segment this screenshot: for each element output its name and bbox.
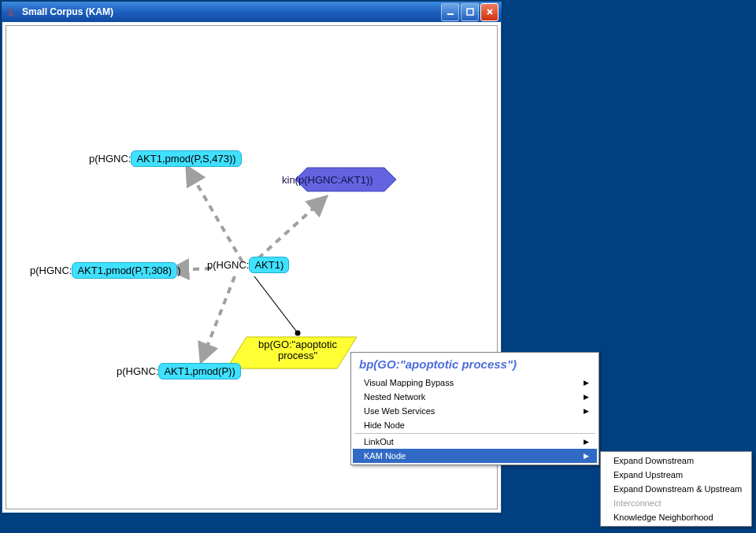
node-label-line1: bp(GO:"apoptotic bbox=[243, 339, 353, 350]
node-label-prefix: p(HGNC: bbox=[207, 259, 249, 271]
node-label-prefix: p(HGNC: bbox=[89, 153, 131, 165]
node-kin-p-akt1[interactable]: kin(p(HGNC:AKT1)) bbox=[282, 174, 373, 186]
node-box: AKT1,pmod(P)) bbox=[158, 363, 240, 379]
submenu-arrow-icon: ▶ bbox=[584, 438, 589, 446]
submenu-expand-both[interactable]: Expand Downstream & Upstream bbox=[602, 482, 750, 496]
menu-nested-network[interactable]: Nested Network▶ bbox=[353, 390, 597, 404]
node-box: AKT1,pmod(P,T,308) bbox=[72, 262, 177, 279]
menu-label: LinkOut bbox=[364, 437, 394, 446]
menu-use-web-services[interactable]: Use Web Services▶ bbox=[353, 404, 597, 418]
submenu-expand-downstream[interactable]: Expand Downstream bbox=[602, 453, 750, 468]
menu-visual-mapping-bypass[interactable]: Visual Mapping Bypass▶ bbox=[353, 376, 597, 390]
maximize-button[interactable] bbox=[461, 3, 479, 21]
submenu-knowledge-neighborhood[interactable]: Knowledge Neighborhood bbox=[602, 510, 750, 524]
node-box: AKT1,pmod(P,S,473)) bbox=[131, 150, 241, 167]
node-p-akt1-pmod-pt308[interactable]: p(HGNC:AKT1,pmod(P,T,308)) bbox=[30, 262, 181, 279]
node-box: AKT1) bbox=[249, 257, 289, 273]
menu-label: Hide Node bbox=[364, 420, 405, 430]
node-p-akt1-pmod-p[interactable]: p(HGNC:AKT1,pmod(P)) bbox=[117, 363, 241, 379]
close-button[interactable] bbox=[480, 3, 498, 21]
submenu-arrow-icon: ▶ bbox=[584, 452, 589, 460]
node-label-prefix: p(HGNC: bbox=[117, 365, 158, 377]
java-icon bbox=[5, 6, 17, 18]
window-controls bbox=[441, 3, 498, 21]
context-menu: bp(GO:"apoptotic process") Visual Mappin… bbox=[350, 352, 599, 465]
kam-node-submenu: Expand Downstream Expand Upstream Expand… bbox=[600, 451, 752, 527]
title-bar[interactable]: Small Corpus (KAM) bbox=[2, 2, 502, 22]
submenu-arrow-icon: ▶ bbox=[584, 407, 589, 415]
menu-label: Use Web Services bbox=[364, 406, 435, 416]
menu-label: KAM Node bbox=[364, 451, 406, 461]
context-menu-title: bp(GO:"apoptotic process") bbox=[353, 354, 597, 376]
minimize-button[interactable] bbox=[441, 3, 459, 21]
menu-separator bbox=[354, 433, 595, 434]
node-label-suffix: ) bbox=[369, 174, 372, 186]
menu-label: Nested Network bbox=[364, 392, 425, 402]
node-label-prefix: p(HGNC: bbox=[30, 265, 72, 276]
node-label-mid: HGNC:AKT1) bbox=[308, 174, 370, 186]
menu-label: Visual Mapping Bypass bbox=[364, 378, 454, 387]
node-label-prefix: kin(p( bbox=[282, 174, 308, 186]
node-p-akt1[interactable]: p(HGNC:AKT1) bbox=[207, 257, 289, 273]
svg-line-2 bbox=[187, 168, 243, 262]
submenu-arrow-icon: ▶ bbox=[584, 379, 589, 387]
svg-point-7 bbox=[295, 331, 301, 336]
svg-rect-0 bbox=[447, 13, 454, 15]
svg-line-3 bbox=[258, 198, 325, 258]
node-p-akt1-pmod-ps473[interactable]: p(HGNC:AKT1,pmod(P,S,473)) bbox=[89, 150, 242, 167]
node-bp-apoptotic-process[interactable]: bp(GO:"apoptotic process" bbox=[243, 339, 353, 361]
menu-kam-node[interactable]: KAM Node▶ bbox=[353, 449, 597, 463]
menu-linkout[interactable]: LinkOut▶ bbox=[353, 435, 597, 449]
node-label-suffix: ) bbox=[177, 265, 180, 276]
menu-hide-node[interactable]: Hide Node bbox=[353, 418, 597, 432]
window-title: Small Corpus (KAM) bbox=[22, 6, 441, 17]
node-label-line2: process" bbox=[243, 350, 353, 361]
submenu-arrow-icon: ▶ bbox=[584, 393, 589, 401]
submenu-expand-upstream[interactable]: Expand Upstream bbox=[602, 468, 750, 482]
svg-line-5 bbox=[202, 276, 235, 361]
svg-rect-1 bbox=[467, 9, 473, 15]
svg-line-6 bbox=[254, 276, 298, 333]
submenu-interconnect: Interconnect bbox=[602, 496, 750, 510]
